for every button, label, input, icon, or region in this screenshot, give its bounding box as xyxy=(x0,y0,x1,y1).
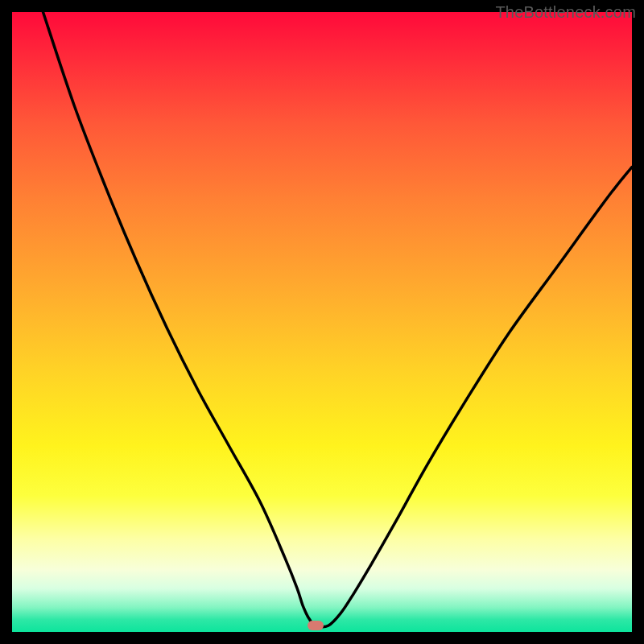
plot-area xyxy=(12,12,632,632)
watermark-text: TheBottleneck.com xyxy=(495,3,636,22)
optimum-marker xyxy=(308,621,324,630)
bottleneck-curve xyxy=(12,12,632,632)
chart-stage: TheBottleneck.com xyxy=(0,0,644,644)
curve-path xyxy=(43,12,633,627)
